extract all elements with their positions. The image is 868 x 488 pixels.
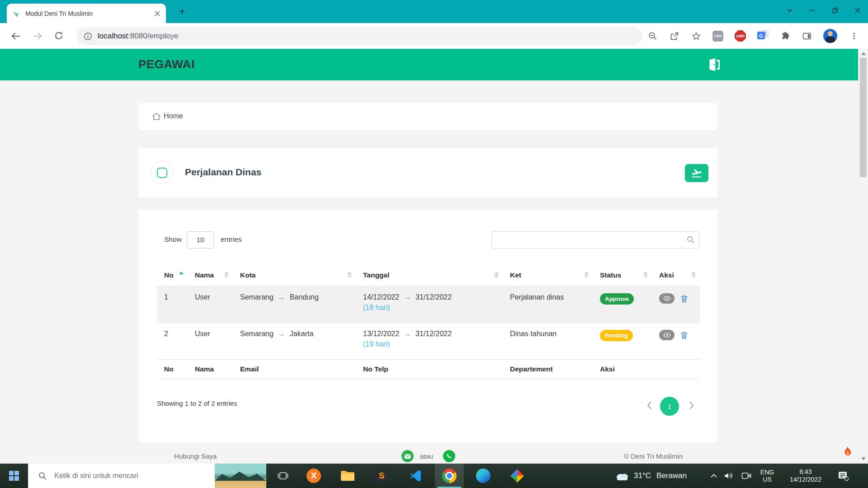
cell-tanggal: 14/12/2022→31/12/2022(18 hari) — [356, 286, 503, 323]
new-tab-button[interactable]: + — [177, 7, 187, 17]
extensions-puzzle-icon[interactable] — [780, 31, 790, 41]
arrow-right-icon: → — [404, 293, 411, 301]
sort-icon — [347, 272, 352, 278]
add-trip-button[interactable] — [685, 164, 708, 182]
toolbar-actions: LINE ABP 文 G — [647, 29, 859, 43]
lang-bottom: US — [763, 476, 771, 483]
sort-icon — [584, 272, 589, 278]
table-info-label: Showing 1 to 2 of 2 entries — [157, 399, 237, 407]
table-search-input[interactable] — [491, 231, 699, 249]
taskbar-search-input[interactable] — [53, 471, 215, 480]
forward-button[interactable] — [32, 30, 43, 42]
view-button[interactable] — [659, 330, 675, 340]
restore-button[interactable] — [830, 5, 840, 15]
tab-search-chevron-icon[interactable] — [785, 5, 795, 15]
mountain-graphic — [215, 471, 266, 481]
start-button[interactable] — [0, 464, 28, 488]
chrome-icon[interactable] — [435, 464, 464, 488]
browser-tab[interactable]: Modul Deni Tri Muslimin — [7, 4, 166, 23]
panel-title: Perjalanan Dinas — [185, 167, 261, 178]
cell-status: Approve — [593, 286, 652, 323]
view-button[interactable] — [659, 293, 675, 304]
trips-table: No Nama Kota Tanggal Ket Status Aksi 1 U… — [157, 264, 700, 380]
arrow-right-icon: → — [278, 293, 285, 301]
windows-logo-icon — [9, 471, 19, 481]
page-size-select[interactable]: 10 — [187, 231, 214, 249]
xampp-icon[interactable]: X — [299, 464, 328, 488]
breadcrumb-card: Home — [138, 103, 718, 131]
profile-avatar[interactable] — [823, 29, 837, 43]
scroll-down-icon[interactable] — [861, 457, 866, 460]
action-center-icon[interactable] — [837, 464, 849, 488]
file-explorer-icon[interactable] — [333, 464, 362, 488]
cell-status: Pending — [593, 323, 652, 359]
breadcrumb-home-link[interactable]: Home — [164, 112, 183, 120]
site-info-icon[interactable] — [84, 32, 92, 41]
delete-button[interactable] — [680, 294, 689, 303]
taskbar-search[interactable] — [28, 464, 266, 488]
search-highlight-image[interactable] — [215, 464, 266, 488]
column-header-status[interactable]: Status — [593, 264, 652, 286]
zoom-out-icon[interactable] — [647, 31, 658, 41]
status-badge-pending: Pending — [600, 330, 633, 341]
meet-now-icon[interactable] — [741, 464, 752, 488]
cell-aksi — [652, 286, 700, 323]
debug-toolbar-flame-icon[interactable] — [841, 446, 854, 459]
cell-nama: User — [188, 323, 233, 359]
volume-icon[interactable] — [723, 464, 734, 488]
next-page-icon[interactable] — [689, 401, 694, 410]
column-header-aksi[interactable]: Aksi — [652, 264, 700, 286]
edge-logo — [476, 469, 491, 483]
previous-page-icon[interactable] — [646, 401, 652, 410]
share-icon[interactable] — [669, 31, 679, 41]
line-extension-icon[interactable]: LINE — [712, 31, 723, 42]
page-scrollbar[interactable] — [858, 49, 868, 464]
reload-button[interactable] — [53, 30, 65, 42]
language-indicator[interactable]: ENG US — [757, 464, 777, 488]
bookmark-star-icon[interactable] — [691, 31, 701, 41]
panel-logo-circle — [150, 161, 174, 184]
google-translate-extension-icon[interactable]: 文 G — [757, 30, 769, 42]
tab-close-icon[interactable] — [154, 10, 160, 17]
cell-kota: Semarang→Bandung — [233, 286, 356, 323]
side-panel-icon[interactable] — [802, 31, 812, 41]
contact-link[interactable]: Hubungi Saya — [174, 452, 217, 460]
cell-nama: User — [188, 286, 233, 323]
cell-no: 1 — [157, 286, 188, 323]
task-view-button[interactable] — [270, 464, 296, 488]
logout-door-icon[interactable] — [707, 56, 723, 73]
address-bar[interactable]: localhost:8080/employe — [76, 27, 642, 45]
column-header-no[interactable]: No — [157, 264, 188, 286]
close-button[interactable] — [853, 5, 863, 15]
scrollbar-thumb[interactable] — [860, 58, 867, 177]
minimize-button[interactable] — [807, 5, 817, 15]
time-label: 6:43 — [799, 468, 811, 476]
duration-label: (18 hari) — [363, 304, 503, 312]
column-header-ket[interactable]: Ket — [503, 264, 593, 286]
browser-menu-kebab-icon[interactable] — [849, 31, 859, 41]
column-header-tanggal[interactable]: Tanggal — [356, 264, 503, 286]
weather-widget[interactable]: 31°C Berawan — [615, 464, 687, 488]
table-footer-row: No Nama Email No Telp Departement Aksi — [157, 359, 700, 379]
table-row: 1 User Semarang→Bandung 14/12/2022→31/12… — [157, 286, 700, 323]
arrow-right-icon: → — [404, 330, 411, 338]
clock-widget[interactable]: 6:43 14/12/2022 — [781, 464, 830, 488]
column-header-nama[interactable]: Nama — [188, 264, 233, 286]
page-number-button[interactable]: 1 — [660, 397, 679, 416]
adblock-plus-extension-icon[interactable]: ABP — [735, 30, 746, 42]
window-controls — [785, 3, 863, 18]
back-button[interactable] — [10, 30, 22, 42]
tray-overflow-chevron-icon[interactable] — [710, 464, 717, 488]
edge-icon[interactable] — [469, 464, 498, 488]
delete-button[interactable] — [680, 331, 689, 340]
home-icon — [151, 112, 161, 122]
entries-label: entries — [221, 235, 242, 244]
sublime-text-icon[interactable]: S — [367, 464, 396, 488]
pinwheel-app-icon[interactable] — [503, 464, 532, 488]
email-icon[interactable] — [401, 450, 414, 462]
phone-icon[interactable] — [443, 450, 455, 462]
vscode-icon[interactable] — [401, 464, 430, 488]
scroll-up-icon[interactable] — [861, 52, 866, 55]
or-label: atau — [420, 452, 433, 460]
column-header-kota[interactable]: Kota — [233, 264, 356, 286]
